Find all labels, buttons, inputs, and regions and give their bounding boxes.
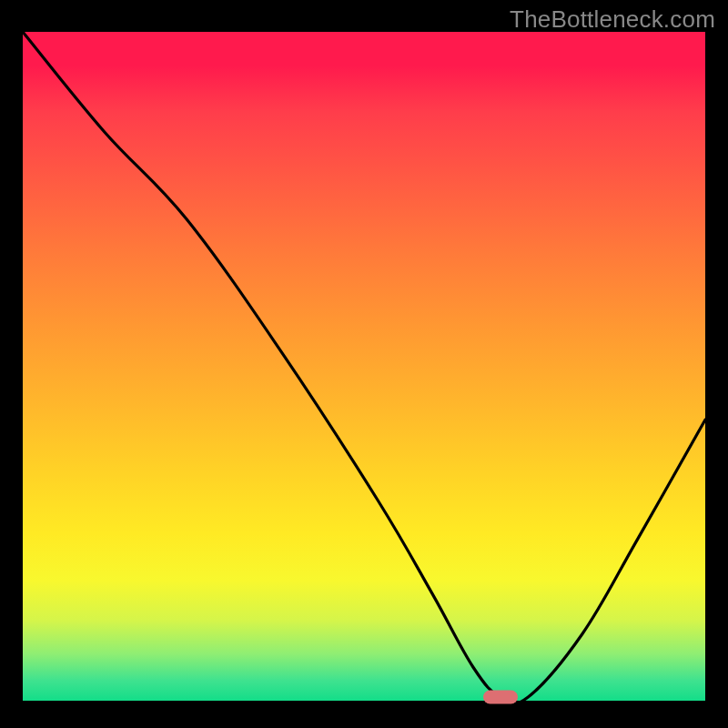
chart-container: TheBottleneck.com <box>0 0 728 728</box>
plot-area <box>23 32 705 701</box>
optimal-point-marker <box>483 691 518 704</box>
watermark-text: TheBottleneck.com <box>510 5 715 34</box>
curve-svg <box>23 32 705 701</box>
bottleneck-curve <box>23 32 705 703</box>
